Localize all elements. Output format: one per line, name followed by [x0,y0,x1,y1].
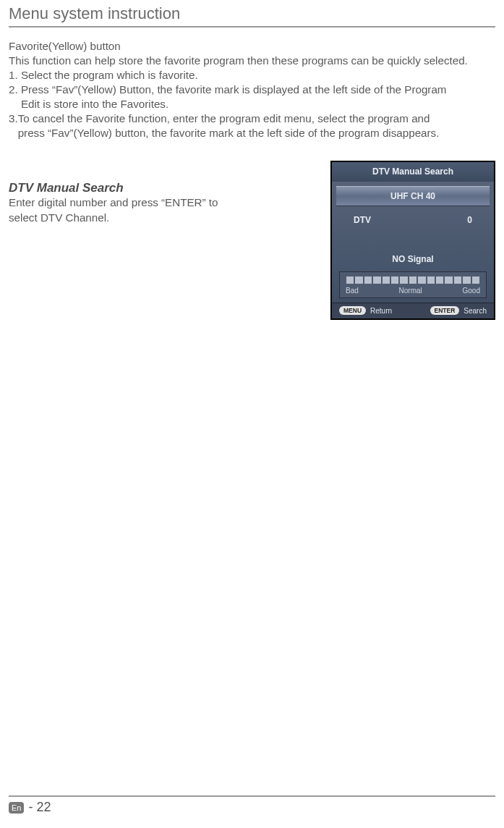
osd-panel: DTV Manual Search UHF CH 40 DTV 0 NO Sig… [330,161,495,320]
osd-enter-action[interactable]: ENTER Search [430,306,487,315]
osd-row-label: DTV [354,215,371,225]
lang-badge: En [9,802,24,814]
osd-title: DTV Manual Search [332,162,494,182]
dtv-body-1: Enter digital number and press “ENTER” t… [9,195,320,210]
dtv-section: DTV Manual Search Enter digital number a… [9,161,495,320]
favorite-step-2a: 2. Press “Fav”(Yellow) Button, the favor… [9,83,495,97]
signal-labels: Bad Normal Good [346,284,480,295]
osd-menu-action[interactable]: MENU Return [339,306,392,315]
favorite-step-1: 1. Select the program which is favorite. [9,68,495,83]
page-footer: En - 22 [9,795,495,815]
enter-pill: ENTER [430,306,460,315]
signal-meter: Bad Normal Good [339,271,487,298]
dtv-body-2: select DTV Channel. [9,211,320,225]
osd-channel-row[interactable]: UHF CH 40 [336,186,490,206]
menu-label: Return [370,307,392,315]
osd-footer: MENU Return ENTER Search [332,303,494,318]
favorite-step-3b: press “Fav”(Yellow) button, the favorite… [9,126,495,140]
signal-bars [346,276,480,284]
page-number: - 22 [28,800,51,815]
osd-row-value: 0 [467,215,472,225]
favorite-step-3a: 3.To cancel the Favorite function, enter… [9,111,495,126]
signal-label-normal: Normal [399,287,422,295]
page-title: Menu system instruction [9,0,495,28]
dtv-heading: DTV Manual Search [9,181,320,195]
osd-dtv-row: DTV 0 [332,206,494,228]
favorite-step-2b: Edit is store into the Favorites. [9,97,495,111]
menu-pill: MENU [339,306,366,315]
signal-label-good: Good [463,287,480,295]
favorite-heading: Favorite(Yellow) button [9,39,495,54]
favorite-intro: This function can help store the favorit… [9,54,495,68]
favorite-section: Favorite(Yellow) button This function ca… [9,39,495,140]
signal-label-bad: Bad [346,287,359,295]
enter-label: Search [464,307,487,315]
osd-nosignal: NO Signal [332,228,494,271]
